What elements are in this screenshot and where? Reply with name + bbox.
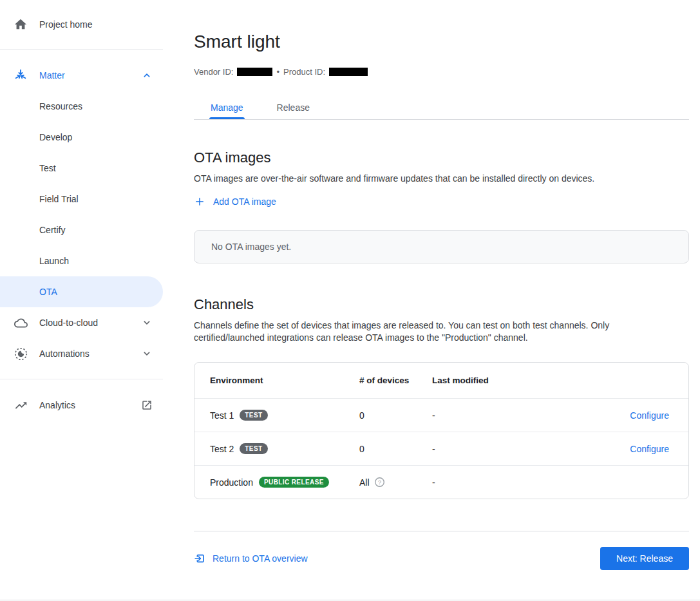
column-header-environment: Environment	[210, 376, 359, 385]
chevron-down-icon	[141, 317, 153, 329]
sidebar-item-cloud-to-cloud[interactable]: Cloud-to-cloud	[0, 307, 163, 338]
devices-cell: All ?	[359, 477, 432, 488]
ota-images-section: OTA images OTA images are over-the-air s…	[194, 149, 689, 263]
configure-link-test-2[interactable]: Configure	[630, 444, 669, 454]
vendor-product-line: Vendor ID: • Product ID:	[194, 67, 689, 77]
action-cell: Configure	[561, 410, 669, 421]
external-link-icon	[141, 399, 153, 411]
trending-up-icon	[13, 397, 28, 413]
tab-label: Release	[277, 102, 310, 113]
cloud-icon	[13, 315, 28, 330]
tab-label: Manage	[211, 102, 243, 113]
chevron-up-icon	[141, 70, 153, 81]
question-circle-icon[interactable]: ?	[374, 477, 385, 488]
tab-manage[interactable]: Manage	[194, 96, 260, 119]
environment-cell: Production PUBLIC RELEASE	[210, 477, 359, 488]
test-badge: TEST	[240, 443, 267, 454]
devices-cell: 0	[359, 410, 432, 421]
sidebar-item-label: Test	[39, 163, 56, 173]
channels-description: Channels define the set of devices that …	[194, 320, 674, 344]
page-bottom-border	[0, 600, 700, 600]
devices-value: All	[359, 477, 370, 488]
sidebar-item-label: Analytics	[39, 400, 75, 410]
environment-name: Test 2	[210, 444, 234, 454]
column-header-devices: # of devices	[359, 376, 432, 385]
sidebar: Project home Matter Resources Develop Te	[0, 0, 163, 601]
ota-images-description: OTA images are over-the-air software and…	[194, 173, 689, 185]
environment-name: Production	[210, 477, 253, 488]
sidebar-item-label: Certify	[39, 225, 65, 235]
return-arrow-icon	[194, 553, 205, 564]
svg-text:?: ?	[378, 479, 381, 486]
environment-name: Test 1	[210, 410, 234, 421]
tab-release[interactable]: Release	[260, 96, 326, 119]
last-modified-cell: -	[432, 410, 561, 421]
sidebar-item-label: Resources	[39, 101, 82, 111]
channels-heading: Channels	[194, 296, 689, 314]
devices-cell: 0	[359, 444, 432, 454]
vendor-id-redacted-value	[237, 68, 272, 76]
sidebar-item-develop[interactable]: Develop	[0, 122, 163, 153]
sidebar-item-certify[interactable]: Certify	[0, 215, 163, 245]
channels-section: Channels Channels define the set of devi…	[194, 296, 689, 499]
ota-empty-state: No OTA images yet.	[194, 230, 689, 263]
active-tab-indicator	[209, 117, 245, 119]
table-row-production: Production PUBLIC RELEASE All ? -	[194, 465, 688, 499]
add-ota-image-label: Add OTA image	[213, 196, 276, 207]
return-to-ota-overview-link[interactable]: Return to OTA overview	[194, 553, 308, 564]
product-id-label: Product ID:	[283, 67, 325, 77]
action-cell: Configure	[561, 444, 669, 454]
sidebar-item-resources[interactable]: Resources	[0, 91, 163, 122]
sidebar-divider	[0, 49, 163, 50]
sidebar-item-label: Develop	[39, 132, 72, 142]
sidebar-item-launch[interactable]: Launch	[0, 245, 163, 276]
chevron-down-icon	[141, 348, 153, 359]
main-content: Smart light Vendor ID: • Product ID: Man…	[194, 0, 689, 601]
sidebar-item-label: OTA	[39, 287, 57, 297]
sidebar-item-project-home[interactable]: Project home	[0, 9, 163, 40]
separator-dot: •	[276, 67, 279, 77]
channels-table: Environment # of devices Last modified T…	[194, 362, 689, 499]
home-icon	[13, 17, 28, 32]
sidebar-item-field-trial[interactable]: Field Trial	[0, 184, 163, 215]
table-row-test-2: Test 2 TEST 0 - Configure	[194, 432, 688, 465]
table-header-row: Environment # of devices Last modified	[194, 363, 688, 398]
sidebar-item-label: Project home	[39, 19, 92, 30]
footer-actions: Return to OTA overview Next: Release	[194, 547, 689, 570]
sidebar-item-test[interactable]: Test	[0, 153, 163, 184]
matter-logo-icon	[13, 68, 28, 83]
sidebar-item-analytics[interactable]: Analytics	[0, 390, 163, 421]
sidebar-item-label: Field Trial	[39, 194, 79, 204]
next-release-button[interactable]: Next: Release	[600, 547, 689, 570]
page-title: Smart light	[194, 31, 689, 53]
sidebar-item-label: Automations	[39, 348, 90, 359]
vendor-id-label: Vendor ID:	[194, 67, 233, 77]
table-row-test-1: Test 1 TEST 0 - Configure	[194, 398, 688, 432]
ota-images-heading: OTA images	[194, 149, 689, 167]
public-release-badge: PUBLIC RELEASE	[259, 477, 329, 488]
app-window: Project home Matter Resources Develop Te	[0, 0, 700, 601]
ota-empty-message: No OTA images yet.	[211, 242, 291, 252]
footer-divider	[194, 531, 689, 531]
last-modified-cell: -	[432, 444, 561, 454]
tab-bar: Manage Release	[194, 96, 689, 120]
test-badge: TEST	[240, 410, 267, 421]
automations-swirl-icon	[13, 346, 28, 361]
last-modified-cell: -	[432, 477, 561, 488]
add-ota-image-button[interactable]: Add OTA image	[194, 196, 276, 207]
sidebar-item-label: Cloud-to-cloud	[39, 318, 98, 328]
sidebar-item-label: Launch	[39, 256, 69, 266]
sidebar-item-ota[interactable]: OTA	[0, 276, 163, 307]
plus-icon	[194, 196, 205, 207]
column-header-last-modified: Last modified	[432, 376, 561, 385]
product-id-redacted-value	[329, 68, 368, 76]
sidebar-item-automations[interactable]: Automations	[0, 338, 163, 369]
sidebar-item-label: Matter	[39, 70, 65, 81]
environment-cell: Test 1 TEST	[210, 410, 359, 421]
return-link-label: Return to OTA overview	[213, 553, 308, 564]
sidebar-item-matter[interactable]: Matter	[0, 60, 163, 91]
configure-link-test-1[interactable]: Configure	[630, 410, 669, 421]
sidebar-divider	[0, 379, 163, 379]
environment-cell: Test 2 TEST	[210, 443, 359, 454]
